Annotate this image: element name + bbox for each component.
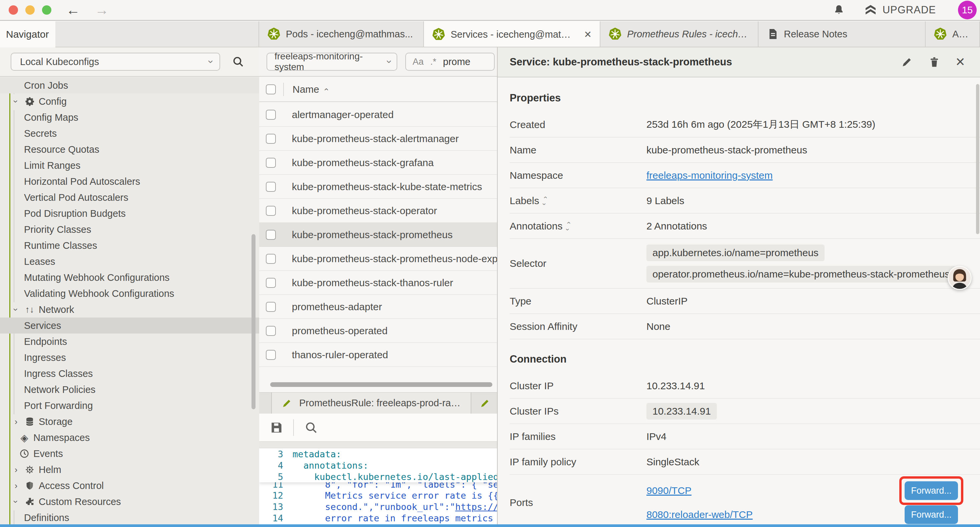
sidebar-item-access-control[interactable]: ›Access Control [0, 478, 259, 494]
tab-pods-icecheng-mathmas[interactable]: Pods - icecheng@mathmas... [259, 21, 424, 47]
chevron-right-icon[interactable]: › [11, 417, 21, 426]
notifications-bell-icon[interactable] [832, 4, 845, 16]
chevron-down-icon[interactable]: › [12, 497, 20, 506]
edit-pencil-icon[interactable] [900, 56, 913, 68]
row-checkbox[interactable] [266, 182, 276, 192]
namespace-link[interactable]: freeleaps-monitoring-system [646, 170, 980, 181]
table-row-prometheus-operated[interactable]: prometheus-operated [259, 319, 497, 343]
sidebar-item-services[interactable]: Services [0, 318, 259, 334]
sidebar-item-pod-disruption-budgets[interactable]: Pod Disruption Budgets [0, 205, 259, 221]
sidebar-item-namespaces[interactable]: ◈Namespaces [0, 430, 259, 446]
row-checkbox[interactable] [266, 206, 276, 216]
row-checkbox[interactable] [266, 230, 276, 240]
select-all-checkbox[interactable] [266, 84, 276, 94]
regex-toggle[interactable]: .* [430, 57, 436, 67]
forward-button[interactable]: Forward... [905, 481, 958, 500]
name-column-header[interactable]: Name [293, 84, 319, 95]
sidebar-item-cron-jobs[interactable]: Cron Jobs [0, 77, 259, 93]
list-search-input[interactable]: Aa .* prome [405, 53, 495, 71]
table-row-alertmanager-operated[interactable]: alertmanager-operated [259, 103, 497, 127]
sidebar-item-vertical-pod-autoscalers[interactable]: Vertical Pod Autoscalers [0, 189, 259, 205]
sidebar-item-ingress-classes[interactable]: Ingress Classes [0, 366, 259, 382]
close-tab-icon[interactable]: ✕ [584, 29, 592, 40]
tab-navigator[interactable]: Navigator [0, 21, 56, 47]
expand-collapse-icon[interactable]: ›› [567, 220, 570, 233]
sidebar-item-priority-classes[interactable]: Priority Classes [0, 221, 259, 237]
chevron-right-icon[interactable]: › [11, 481, 21, 490]
row-checkbox[interactable] [266, 110, 276, 120]
sidebar-item-ingresses[interactable]: Ingresses [0, 350, 259, 366]
row-checkbox[interactable] [266, 326, 276, 336]
tab-release-notes[interactable]: Release Notes [759, 21, 926, 47]
table-row-kube-prometheus-stack-kube-state-metrics[interactable]: kube-prometheus-stack-kube-state-metrics [259, 175, 497, 199]
row-checkbox[interactable] [266, 350, 276, 360]
history-back-button[interactable]: ← [66, 3, 80, 17]
close-window-button[interactable] [9, 5, 18, 15]
expand-collapse-icon[interactable]: ›› [544, 194, 546, 207]
tab-prometheus-rules-icecheng[interactable]: Prometheus Rules - icecheng... [600, 21, 759, 47]
port-link[interactable]: 9090/TCP [646, 485, 692, 496]
sidebar-item-endpoints[interactable]: Endpoints [0, 334, 259, 350]
sidebar-item-horizontal-pod-autoscalers[interactable]: Horizontal Pod Autoscalers [0, 174, 259, 189]
sidebar-scrollbar[interactable] [251, 234, 256, 409]
sidebar-item-helm[interactable]: ›Helm [0, 462, 259, 478]
table-row-thanos-ruler-operated[interactable]: thanos-ruler-operated [259, 343, 497, 367]
row-checkbox[interactable] [266, 278, 276, 288]
table-row-kube-prometheus-stack-alertmanager[interactable]: kube-prometheus-stack-alertmanager [259, 127, 497, 151]
sort-ascending-icon[interactable]: › [322, 88, 330, 91]
table-row-kube-prometheus-stack-prometheus-node-ex[interactable]: kube-prometheus-stack-prometheus-node-ex… [259, 247, 497, 271]
chevron-down-icon[interactable]: › [12, 305, 20, 314]
sidebar-item-config[interactable]: ›Config [0, 93, 259, 110]
maximize-window-button[interactable] [42, 5, 51, 15]
sidebar-item-leases[interactable]: Leases [0, 253, 259, 269]
match-case-toggle[interactable]: Aa [413, 57, 424, 67]
table-row-kube-prometheus-stack-grafana[interactable]: kube-prometheus-stack-grafana [259, 151, 497, 175]
table-row-kube-prometheus-stack-operator[interactable]: kube-prometheus-stack-operator [259, 199, 497, 223]
save-icon[interactable] [269, 420, 284, 435]
namespace-selector[interactable]: freeleaps-monitoring-system › [267, 53, 397, 71]
port-link[interactable]: 8080:reloader-web/TCP [646, 509, 753, 520]
sidebar-item-network[interactable]: ›↑↓Network [0, 301, 259, 318]
sidebar-item-events[interactable]: Events [0, 446, 259, 462]
row-checkbox[interactable] [266, 302, 276, 312]
sidebar-item-network-policies[interactable]: Network Policies [0, 382, 259, 398]
table-row-kube-prometheus-stack-prometheus[interactable]: kube-prometheus-stack-prometheus [259, 223, 497, 247]
row-checkbox[interactable] [266, 134, 276, 144]
kubeconfig-selector[interactable]: Local Kubeconfigs › [11, 53, 220, 71]
editor-tab-next[interactable] [471, 393, 499, 414]
upgrade-button[interactable]: UPGRADE [864, 3, 936, 17]
tab-argo-se[interactable]: Argo Se [926, 21, 980, 47]
table-row-kube-prometheus-stack-thanos-ruler[interactable]: kube-prometheus-stack-thanos-ruler [259, 271, 497, 295]
sidebar-item-mutating-webhook-configurations[interactable]: Mutating Webhook Configurations [0, 269, 259, 285]
close-icon[interactable]: ✕ [955, 55, 965, 69]
code-link[interactable]: https://net [455, 502, 497, 512]
sidebar-item-limit-ranges[interactable]: Limit Ranges [0, 158, 259, 174]
chevron-right-icon[interactable]: › [11, 465, 21, 474]
delete-trash-icon[interactable] [928, 56, 941, 68]
yaml-editor[interactable]: 3metadata:4 annotations:5 kubectl.kubern… [259, 448, 497, 527]
sidebar-item-config-maps[interactable]: Config Maps [0, 110, 259, 126]
sidebar-item-secrets[interactable]: Secrets [0, 126, 259, 142]
sidebar-item-validating-webhook-configurations[interactable]: Validating Webhook Configurations [0, 285, 259, 301]
row-checkbox[interactable] [266, 158, 276, 168]
editor-search-icon[interactable] [304, 420, 318, 435]
minimize-window-button[interactable] [25, 5, 35, 15]
table-row-prometheus-adapter[interactable]: prometheus-adapter [259, 295, 497, 319]
sidebar-item-definitions[interactable]: Definitions [0, 509, 259, 525]
sidebar-search-icon[interactable] [231, 55, 245, 68]
sidebar-item-resource-quotas[interactable]: Resource Quotas [0, 142, 259, 158]
sidebar-item-custom-resources[interactable]: ›Custom Resources [0, 494, 259, 509]
horizontal-scrollbar[interactable] [270, 382, 492, 387]
detail-scrollbar[interactable] [976, 84, 979, 234]
editor-tab-prometheusrule[interactable]: PrometheusRule: freeleaps-prod-rabbitmq [271, 393, 471, 414]
forward-button[interactable]: Forward... [905, 505, 958, 524]
row-checkbox[interactable] [266, 254, 276, 264]
notification-count-badge[interactable]: 15 [958, 1, 977, 19]
tab-services-icecheng-math[interactable]: Services - icecheng@math...✕ [424, 21, 600, 47]
sidebar-item-runtime-classes[interactable]: Runtime Classes [0, 237, 259, 253]
user-avatar[interactable] [948, 266, 972, 290]
history-forward-button[interactable]: → [95, 3, 109, 17]
sidebar-item-port-forwarding[interactable]: Port Forwarding [0, 398, 259, 414]
sidebar-item-storage[interactable]: ›Storage [0, 414, 259, 430]
chevron-down-icon[interactable]: › [12, 97, 20, 106]
